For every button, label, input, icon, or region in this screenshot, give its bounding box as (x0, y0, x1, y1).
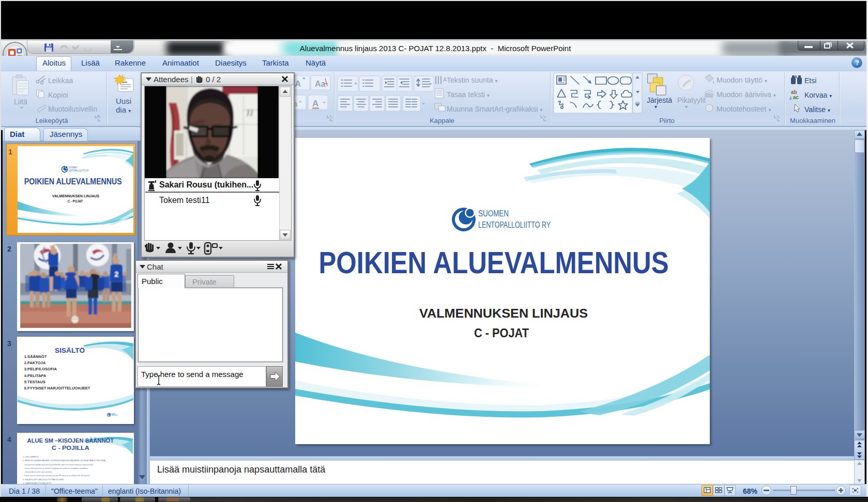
svg-text:A: A (312, 99, 318, 108)
svg-text:ac: ac (793, 95, 799, 100)
svg-text:A: A (295, 79, 301, 89)
svg-text:Chat: Chat (147, 262, 164, 271)
svg-text:|: | (191, 75, 193, 84)
svg-text:AA: AA (794, 74, 801, 80)
svg-text:Attendees: Attendees (154, 75, 189, 84)
svg-text:A: A (443, 76, 447, 83)
svg-text:0 / 2: 0 / 2 (206, 75, 221, 84)
